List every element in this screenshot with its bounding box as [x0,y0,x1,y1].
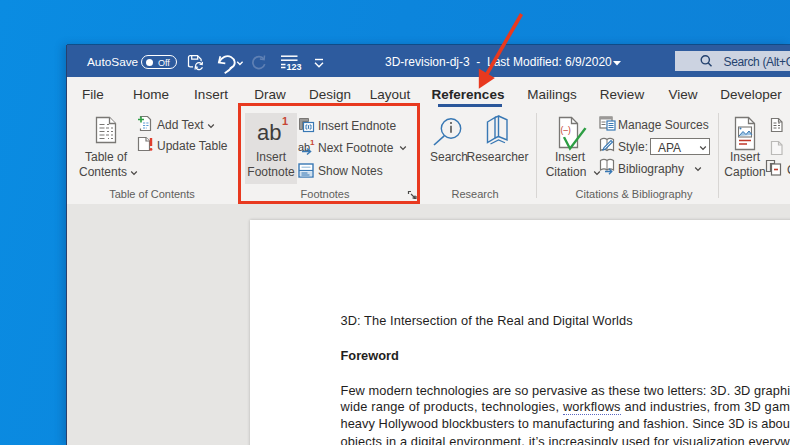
svg-text:(–): (–) [561,125,572,135]
